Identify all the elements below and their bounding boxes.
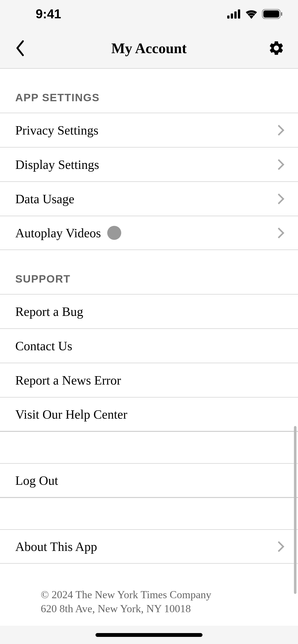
status-icons	[227, 9, 283, 19]
wifi-icon	[245, 9, 258, 19]
back-button[interactable]	[13, 40, 28, 56]
row-report-news-error[interactable]: Report a News Error	[0, 363, 298, 397]
footer-address: 620 8th Ave, New York, NY 10018	[41, 602, 283, 616]
svg-rect-0	[227, 16, 229, 19]
chevron-left-icon	[15, 40, 25, 56]
svg-rect-2	[234, 11, 237, 19]
gear-icon	[268, 40, 285, 56]
chevron-right-icon	[274, 125, 284, 135]
row-contact-us[interactable]: Contact Us	[0, 328, 298, 363]
cellular-icon	[227, 9, 241, 19]
spacer	[0, 431, 298, 463]
row-label: Autoplay Videos	[15, 226, 121, 240]
content: APP SETTINGS Privacy Settings Display Se…	[0, 69, 298, 626]
home-indicator[interactable]	[96, 633, 202, 637]
row-label: Log Out	[15, 473, 58, 488]
row-label: Visit Our Help Center	[15, 407, 127, 422]
battery-icon	[262, 9, 283, 19]
row-autoplay-videos[interactable]: Autoplay Videos	[0, 216, 298, 250]
svg-rect-1	[231, 13, 233, 19]
svg-rect-5	[263, 10, 279, 18]
row-label: Display Settings	[15, 157, 99, 172]
spacer	[0, 497, 298, 529]
row-label: Privacy Settings	[15, 123, 98, 138]
row-display-settings[interactable]: Display Settings	[0, 147, 298, 181]
row-label: Report a Bug	[15, 304, 83, 319]
settings-button[interactable]	[267, 39, 285, 57]
chevron-right-icon	[274, 193, 284, 204]
scroll-indicator[interactable]	[294, 426, 296, 594]
footer: © 2024 The New York Times Company 620 8t…	[0, 564, 298, 626]
row-report-bug[interactable]: Report a Bug	[0, 294, 298, 328]
row-label: Data Usage	[15, 192, 74, 206]
page-title: My Account	[111, 40, 187, 56]
row-log-out[interactable]: Log Out	[0, 463, 298, 497]
footer-copyright: © 2024 The New York Times Company	[41, 588, 283, 602]
section-header-app-settings: APP SETTINGS	[0, 69, 298, 113]
header: My Account	[0, 28, 298, 69]
row-label: Report a News Error	[15, 373, 121, 388]
row-data-usage[interactable]: Data Usage	[0, 181, 298, 216]
row-privacy-settings[interactable]: Privacy Settings	[0, 113, 298, 147]
row-about-app[interactable]: About This App	[0, 529, 298, 564]
row-label-text: Autoplay Videos	[15, 226, 101, 240]
chevron-right-icon	[274, 541, 284, 552]
chevron-right-icon	[274, 227, 284, 238]
status-bar: 9:41	[0, 0, 298, 28]
svg-rect-3	[238, 9, 240, 19]
row-help-center[interactable]: Visit Our Help Center	[0, 397, 298, 431]
touch-indicator-dot	[107, 226, 121, 240]
row-label: Contact Us	[15, 339, 72, 353]
row-label: About This App	[15, 539, 97, 554]
chevron-right-icon	[274, 159, 284, 170]
section-header-support: SUPPORT	[0, 250, 298, 294]
svg-rect-6	[281, 12, 282, 16]
status-time: 9:41	[36, 7, 61, 21]
